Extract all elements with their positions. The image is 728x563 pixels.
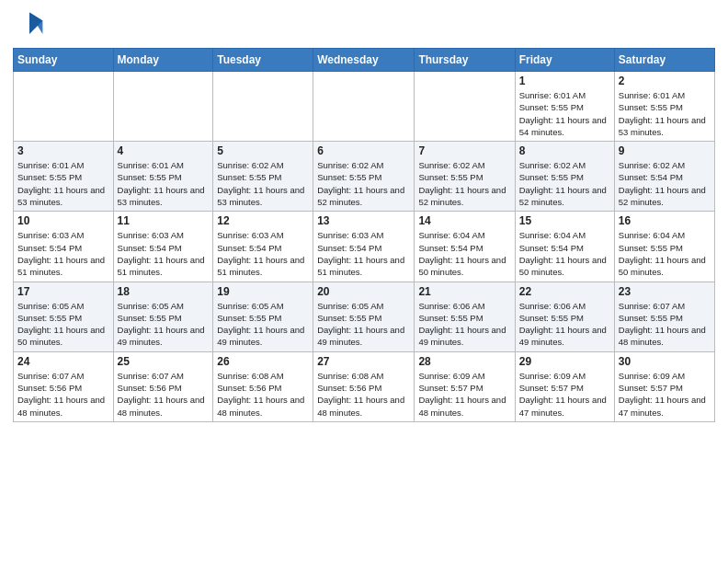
calendar-cell: 12Sunrise: 6:03 AM Sunset: 5:54 PM Dayli…: [213, 212, 313, 282]
day-number: 1: [519, 75, 610, 87]
day-info: Sunrise: 6:08 AM Sunset: 5:56 PM Dayligh…: [317, 370, 410, 419]
calendar-cell: 9Sunrise: 6:02 AM Sunset: 5:54 PM Daylig…: [614, 142, 714, 212]
day-info: Sunrise: 6:02 AM Sunset: 5:55 PM Dayligh…: [217, 159, 309, 208]
calendar-cell: 29Sunrise: 6:09 AM Sunset: 5:57 PM Dayli…: [515, 351, 614, 421]
calendar-cell: 13Sunrise: 6:03 AM Sunset: 5:54 PM Dayli…: [313, 212, 415, 282]
day-info: Sunrise: 6:04 AM Sunset: 5:54 PM Dayligh…: [418, 229, 510, 278]
calendar-cell: 1Sunrise: 6:01 AM Sunset: 5:55 PM Daylig…: [515, 72, 614, 142]
calendar-cell: 14Sunrise: 6:04 AM Sunset: 5:54 PM Dayli…: [415, 212, 515, 282]
calendar-week-row: 3Sunrise: 6:01 AM Sunset: 5:55 PM Daylig…: [14, 142, 715, 212]
calendar-cell: 6Sunrise: 6:02 AM Sunset: 5:55 PM Daylig…: [313, 142, 415, 212]
day-number: 9: [619, 144, 711, 157]
calendar-cell: [213, 72, 313, 142]
calendar-cell: 10Sunrise: 6:03 AM Sunset: 5:54 PM Dayli…: [14, 212, 114, 282]
calendar-cell: 7Sunrise: 6:02 AM Sunset: 5:55 PM Daylig…: [415, 142, 515, 212]
day-number: 8: [519, 144, 610, 157]
day-number: 11: [118, 214, 210, 227]
calendar-header-row: SundayMondayTuesdayWednesdayThursdayFrid…: [14, 49, 715, 72]
day-info: Sunrise: 6:09 AM Sunset: 5:57 PM Dayligh…: [519, 370, 610, 419]
calendar-table: SundayMondayTuesdayWednesdayThursdayFrid…: [13, 48, 715, 422]
day-info: Sunrise: 6:05 AM Sunset: 5:55 PM Dayligh…: [217, 300, 309, 349]
calendar-cell: [113, 72, 213, 142]
day-info: Sunrise: 6:02 AM Sunset: 5:55 PM Dayligh…: [317, 159, 410, 208]
day-number: 15: [519, 214, 610, 227]
day-number: 20: [317, 285, 410, 298]
calendar-page: SundayMondayTuesdayWednesdayThursdayFrid…: [0, 0, 728, 563]
day-number: 30: [619, 355, 711, 368]
day-number: 27: [317, 355, 410, 368]
day-info: Sunrise: 6:03 AM Sunset: 5:54 PM Dayligh…: [317, 229, 410, 278]
calendar-cell: 18Sunrise: 6:05 AM Sunset: 5:55 PM Dayli…: [113, 282, 213, 351]
calendar-cell: 11Sunrise: 6:03 AM Sunset: 5:54 PM Dayli…: [113, 212, 213, 282]
weekday-header: Monday: [113, 49, 213, 72]
day-number: 14: [418, 214, 510, 227]
day-info: Sunrise: 6:05 AM Sunset: 5:55 PM Dayligh…: [17, 300, 109, 349]
calendar-week-row: 24Sunrise: 6:07 AM Sunset: 5:56 PM Dayli…: [14, 351, 715, 421]
calendar-cell: 21Sunrise: 6:06 AM Sunset: 5:55 PM Dayli…: [415, 282, 515, 351]
day-number: 22: [519, 285, 610, 298]
day-number: 7: [418, 144, 510, 157]
calendar-cell: 2Sunrise: 6:01 AM Sunset: 5:55 PM Daylig…: [614, 72, 714, 142]
day-info: Sunrise: 6:01 AM Sunset: 5:55 PM Dayligh…: [619, 89, 711, 138]
calendar-cell: 16Sunrise: 6:04 AM Sunset: 5:55 PM Dayli…: [614, 212, 714, 282]
day-info: Sunrise: 6:04 AM Sunset: 5:55 PM Dayligh…: [619, 229, 711, 278]
calendar-cell: 22Sunrise: 6:06 AM Sunset: 5:55 PM Dayli…: [515, 282, 614, 351]
weekday-header: Tuesday: [213, 49, 313, 72]
calendar-cell: 17Sunrise: 6:05 AM Sunset: 5:55 PM Dayli…: [14, 282, 114, 351]
day-info: Sunrise: 6:01 AM Sunset: 5:55 PM Dayligh…: [519, 89, 610, 138]
day-number: 18: [118, 285, 210, 298]
day-info: Sunrise: 6:07 AM Sunset: 5:56 PM Dayligh…: [17, 370, 109, 419]
day-info: Sunrise: 6:09 AM Sunset: 5:57 PM Dayligh…: [619, 370, 711, 419]
calendar-cell: 25Sunrise: 6:07 AM Sunset: 5:56 PM Dayli…: [113, 351, 213, 421]
calendar-cell: 20Sunrise: 6:05 AM Sunset: 5:55 PM Dayli…: [313, 282, 415, 351]
calendar-cell: 5Sunrise: 6:02 AM Sunset: 5:55 PM Daylig…: [213, 142, 313, 212]
calendar-cell: 23Sunrise: 6:07 AM Sunset: 5:55 PM Dayli…: [614, 282, 714, 351]
day-info: Sunrise: 6:08 AM Sunset: 5:56 PM Dayligh…: [217, 370, 309, 419]
weekday-header: Thursday: [415, 49, 515, 72]
calendar-cell: 27Sunrise: 6:08 AM Sunset: 5:56 PM Dayli…: [313, 351, 415, 421]
calendar-cell: 3Sunrise: 6:01 AM Sunset: 5:55 PM Daylig…: [14, 142, 114, 212]
day-number: 13: [317, 214, 410, 227]
day-number: 10: [17, 214, 109, 227]
day-number: 24: [17, 355, 109, 368]
weekday-header: Saturday: [614, 49, 714, 72]
day-info: Sunrise: 6:06 AM Sunset: 5:55 PM Dayligh…: [418, 300, 510, 349]
calendar-cell: 24Sunrise: 6:07 AM Sunset: 5:56 PM Dayli…: [14, 351, 114, 421]
weekday-header: Friday: [515, 49, 614, 72]
day-info: Sunrise: 6:02 AM Sunset: 5:55 PM Dayligh…: [519, 159, 610, 208]
day-info: Sunrise: 6:03 AM Sunset: 5:54 PM Dayligh…: [17, 229, 109, 278]
day-number: 21: [418, 285, 510, 298]
day-info: Sunrise: 6:02 AM Sunset: 5:55 PM Dayligh…: [418, 159, 510, 208]
calendar-cell: [313, 72, 415, 142]
weekday-header: Sunday: [14, 49, 114, 72]
calendar-cell: 19Sunrise: 6:05 AM Sunset: 5:55 PM Dayli…: [213, 282, 313, 351]
day-info: Sunrise: 6:02 AM Sunset: 5:54 PM Dayligh…: [619, 159, 711, 208]
day-info: Sunrise: 6:09 AM Sunset: 5:57 PM Dayligh…: [418, 370, 510, 419]
day-number: 3: [17, 144, 109, 157]
day-number: 2: [619, 75, 711, 87]
day-info: Sunrise: 6:03 AM Sunset: 5:54 PM Dayligh…: [118, 229, 210, 278]
day-number: 23: [619, 285, 711, 298]
day-info: Sunrise: 6:01 AM Sunset: 5:55 PM Dayligh…: [118, 159, 210, 208]
day-info: Sunrise: 6:07 AM Sunset: 5:56 PM Dayligh…: [118, 370, 210, 419]
calendar-week-row: 17Sunrise: 6:05 AM Sunset: 5:55 PM Dayli…: [14, 282, 715, 351]
day-number: 29: [519, 355, 610, 368]
day-number: 16: [619, 214, 711, 227]
calendar-cell: [14, 72, 114, 142]
day-number: 25: [118, 355, 210, 368]
calendar-cell: [415, 72, 515, 142]
day-info: Sunrise: 6:05 AM Sunset: 5:55 PM Dayligh…: [118, 300, 210, 349]
day-number: 6: [317, 144, 410, 157]
day-number: 28: [418, 355, 510, 368]
calendar-cell: 8Sunrise: 6:02 AM Sunset: 5:55 PM Daylig…: [515, 142, 614, 212]
calendar-cell: 4Sunrise: 6:01 AM Sunset: 5:55 PM Daylig…: [113, 142, 213, 212]
calendar-cell: 26Sunrise: 6:08 AM Sunset: 5:56 PM Dayli…: [213, 351, 313, 421]
logo-icon: [13, 9, 46, 42]
weekday-header: Wednesday: [313, 49, 415, 72]
day-info: Sunrise: 6:04 AM Sunset: 5:54 PM Dayligh…: [519, 229, 610, 278]
calendar-cell: 28Sunrise: 6:09 AM Sunset: 5:57 PM Dayli…: [415, 351, 515, 421]
day-number: 5: [217, 144, 309, 157]
day-number: 4: [118, 144, 210, 157]
calendar-cell: 30Sunrise: 6:09 AM Sunset: 5:57 PM Dayli…: [614, 351, 714, 421]
day-number: 17: [17, 285, 109, 298]
